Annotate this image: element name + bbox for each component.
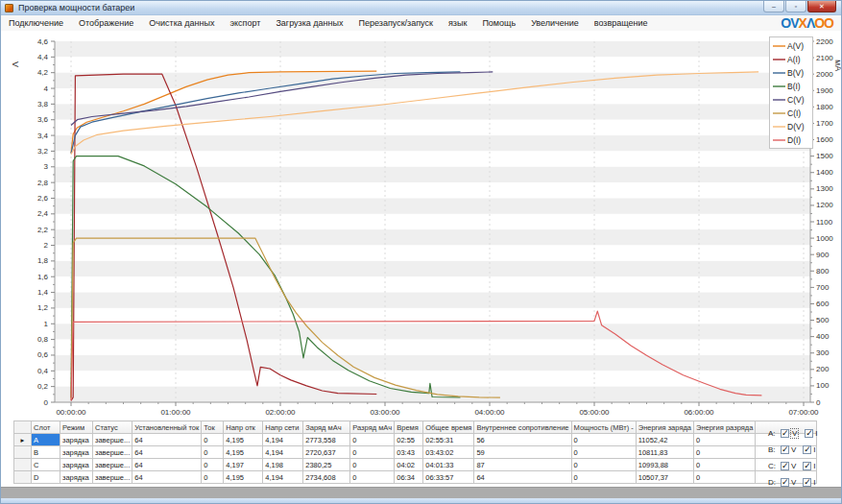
table-cell[interactable]: 4,197 — [224, 459, 263, 471]
row-selector[interactable] — [14, 446, 32, 459]
table-cell[interactable]: 4,194 — [263, 434, 303, 446]
table-cell[interactable]: 64 — [132, 471, 202, 484]
v-checkbox[interactable] — [781, 478, 789, 487]
table-cell[interactable]: 2773,558 — [303, 434, 350, 446]
table-cell[interactable]: 64 — [132, 434, 202, 446]
table-cell[interactable]: 0 — [202, 434, 224, 446]
table-cell[interactable]: C — [32, 459, 60, 471]
title-bar[interactable]: Проверка мощности батареи – ▫ ✕ — [1, 1, 841, 15]
table-cell[interactable]: 11052,42 — [636, 434, 693, 446]
table-cell[interactable]: зарядка — [60, 459, 93, 471]
table-header-col-4[interactable]: Установленный ток — [132, 421, 202, 434]
table-cell[interactable]: 4,194 — [263, 446, 303, 459]
table-cell[interactable]: 02:55 — [395, 434, 423, 446]
table-cell[interactable]: 10993,88 — [636, 459, 693, 471]
v-checkbox[interactable] — [781, 462, 789, 470]
row-selector[interactable] — [14, 459, 32, 471]
table-cell[interactable]: A — [32, 434, 60, 446]
menu-item-8[interactable]: Помощь — [474, 16, 523, 30]
table-header-col-10[interactable]: Время — [395, 421, 423, 434]
table-cell[interactable]: 0 — [571, 434, 636, 446]
table-cell[interactable]: 0 — [694, 446, 756, 459]
row-selector[interactable]: ▸ — [14, 434, 32, 446]
table-header-col-11[interactable]: Общее время — [423, 421, 474, 434]
table-cell[interactable]: 2720,637 — [303, 446, 350, 459]
table-cell[interactable]: D — [32, 471, 60, 484]
table-cell[interactable]: 0 — [571, 459, 636, 471]
table-cell[interactable]: 2380,25 — [303, 459, 350, 471]
table-cell[interactable]: 10811,83 — [636, 446, 693, 459]
menu-item-5[interactable]: Загрузка данных — [268, 16, 350, 30]
table-cell[interactable]: 87 — [474, 459, 571, 471]
close-button[interactable]: ✕ — [807, 1, 836, 12]
table-cell[interactable]: 02:55:31 — [423, 434, 474, 446]
menu-item-4[interactable]: экспорт — [222, 16, 268, 30]
table-cell[interactable]: 0 — [350, 459, 395, 471]
table-header-col-15[interactable]: Энергия разряда — [694, 421, 756, 434]
table-cell[interactable]: 4,195 — [224, 446, 263, 459]
menu-item-10[interactable]: возвращение — [587, 16, 656, 30]
table-cell[interactable]: 0 — [694, 459, 756, 471]
table-cell[interactable]: 64 — [132, 459, 202, 471]
table-cell[interactable]: 0 — [694, 434, 756, 446]
i-checkbox[interactable] — [805, 429, 813, 438]
i-checkbox[interactable] — [803, 462, 811, 470]
minimize-button[interactable]: – — [763, 1, 784, 12]
table-cell[interactable]: 0 — [202, 471, 224, 484]
table-cell[interactable]: 0 — [571, 446, 636, 459]
table-cell[interactable]: зарядка — [60, 471, 93, 484]
i-checkbox[interactable] — [803, 478, 811, 487]
table-cell[interactable]: 0 — [202, 459, 224, 471]
table-header-col-5[interactable]: Ток — [202, 421, 224, 434]
chart[interactable]: 00,20,40,60,811,21,41,61,822,22,42,62,83… — [1, 31, 842, 420]
i-checkbox[interactable] — [803, 445, 811, 454]
table-cell[interactable]: 0 — [571, 471, 636, 484]
table-header-col-7[interactable]: Напр сети — [263, 421, 303, 434]
table-cell[interactable]: 04:02 — [395, 459, 423, 471]
table-cell[interactable]: 59 — [474, 446, 571, 459]
table-header-col-2[interactable]: Режим — [60, 421, 93, 434]
table-cell[interactable]: 64 — [474, 471, 571, 484]
table-header-col-8[interactable]: Заряд мАч — [303, 421, 350, 434]
menu-item-1[interactable]: Подключение — [1, 16, 71, 30]
table-cell[interactable]: 4,195 — [224, 434, 263, 446]
table-header-col-14[interactable]: Энергия заряда — [636, 421, 693, 434]
row-selector[interactable] — [14, 471, 32, 484]
table-header-col-3[interactable]: Статус — [93, 421, 132, 434]
table-cell[interactable]: заверше... — [93, 434, 132, 446]
table-cell[interactable]: 2734,608 — [303, 471, 350, 484]
table-cell[interactable]: 06:34 — [395, 471, 423, 484]
table-header-col-1[interactable]: Слот — [32, 421, 60, 434]
v-checkbox[interactable] — [781, 445, 789, 454]
table-cell[interactable]: 03:43:02 — [423, 446, 474, 459]
table-cell[interactable]: 0 — [350, 471, 395, 484]
table-cell[interactable]: 4,198 — [263, 459, 303, 471]
table-cell[interactable]: 0 — [694, 471, 756, 484]
menu-item-3[interactable]: Очистка данных — [141, 16, 222, 30]
table-cell[interactable]: 4,194 — [263, 471, 303, 484]
table-header-col-6[interactable]: Напр отк — [224, 421, 263, 434]
menu-item-9[interactable]: Увеличение — [523, 16, 587, 30]
table-header-col-9[interactable]: Разряд мАч — [350, 421, 395, 434]
table-cell[interactable]: зарядка — [60, 446, 93, 459]
table-header-col-12[interactable]: Внутреннее сопротивление — [474, 421, 571, 434]
table-cell[interactable]: 10507,37 — [636, 471, 693, 484]
table-cell[interactable]: зарядка — [60, 434, 93, 446]
table-cell[interactable]: 04:01:33 — [423, 459, 474, 471]
maximize-button[interactable]: ▫ — [785, 1, 806, 12]
table-cell[interactable]: заверше... — [93, 459, 132, 471]
table-cell[interactable]: заверше... — [93, 471, 132, 484]
table-cell[interactable]: 0 — [202, 446, 224, 459]
v-checkbox[interactable] — [781, 429, 789, 438]
table-header-col-13[interactable]: Мощность (МВт) - — [571, 421, 636, 434]
table-cell[interactable]: 0 — [350, 434, 395, 446]
menu-item-7[interactable]: язык — [441, 16, 474, 30]
table-cell[interactable]: 03:43 — [395, 446, 423, 459]
menu-item-2[interactable]: Отображение — [71, 16, 141, 30]
table-cell[interactable]: B — [32, 446, 60, 459]
table-cell[interactable]: 4,195 — [224, 471, 263, 484]
table-cell[interactable]: 64 — [132, 446, 202, 459]
menu-item-6[interactable]: Перезапуск/запуск — [350, 16, 440, 30]
table-cell[interactable]: 0 — [350, 446, 395, 459]
table-cell[interactable]: заверше... — [93, 446, 132, 459]
